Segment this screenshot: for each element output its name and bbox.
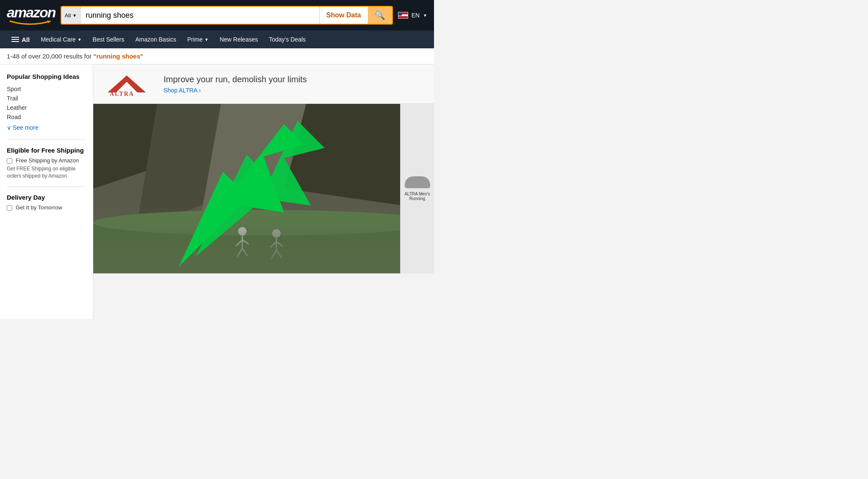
svg-line-15 <box>242 248 248 256</box>
trail-scene-svg <box>93 104 434 273</box>
shopping-idea-sport[interactable]: Sport <box>7 84 86 94</box>
sidebar-divider-2 <box>7 187 86 187</box>
svg-line-14 <box>237 248 242 257</box>
dropdown-arrow-icon: ▼ <box>72 13 77 18</box>
shoe-thumbnail <box>405 176 430 188</box>
page-header: amazon All ▼ Show Data 🔍 EN ▼ <box>0 0 434 31</box>
nav-all-label: All <box>22 36 30 43</box>
free-shipping-section: Eligible for Free Shipping Free Shipping… <box>7 147 86 180</box>
header-right: EN ▼ <box>398 12 427 19</box>
altra-logo[interactable]: ALTRA <box>103 71 150 97</box>
free-shipping-checkbox[interactable] <box>7 158 12 164</box>
altra-shop-link[interactable]: Shop ALTRA › <box>164 87 307 94</box>
svg-line-12 <box>236 240 242 246</box>
nav-best-sellers[interactable]: Best Sellers <box>88 33 129 46</box>
svg-rect-8 <box>93 223 434 273</box>
product-image-area: ALTRA Men's Running <box>93 104 434 273</box>
delivery-section: Delivery Day Get It by Tomorrow <box>7 194 86 211</box>
language-dropdown-icon[interactable]: ▼ <box>423 13 427 18</box>
amazon-smile-icon <box>7 19 53 25</box>
search-button[interactable]: 🔍 <box>368 7 392 24</box>
get-tomorrow-label[interactable]: Get It by Tomorrow <box>16 204 62 211</box>
rocky-background <box>93 104 434 273</box>
shopping-idea-road[interactable]: Road <box>7 112 86 122</box>
altra-product-name[interactable]: ALTRA Men's Running <box>404 192 431 201</box>
svg-line-13 <box>242 240 249 244</box>
altra-side-product-panel: ALTRA Men's Running <box>400 104 434 273</box>
free-shipping-title: Eligible for Free Shipping <box>7 147 86 154</box>
nav-prime[interactable]: Prime ▼ <box>183 33 213 46</box>
results-bar: 1-48 of over 20,000 results for "running… <box>0 48 434 64</box>
us-flag-icon <box>398 12 408 19</box>
svg-line-18 <box>270 242 276 248</box>
altra-logo-svg: ALTRA <box>103 71 150 97</box>
svg-line-20 <box>271 251 276 259</box>
results-query: "running shoes" <box>93 53 143 60</box>
popular-shopping-section: Popular Shopping Ideas Sport Trail Leath… <box>7 73 86 131</box>
free-shipping-label[interactable]: Free Shipping by Amazon <box>16 157 79 164</box>
svg-marker-1 <box>108 75 146 92</box>
nav-amazon-basics[interactable]: Amazon Basics <box>131 33 181 46</box>
search-category-dropdown[interactable]: All ▼ <box>61 7 81 24</box>
svg-point-9 <box>93 210 434 235</box>
delivery-title: Delivery Day <box>7 194 86 201</box>
nav-medical-care[interactable]: Medical Care ▼ <box>36 33 86 46</box>
show-data-button[interactable]: Show Data <box>319 7 368 24</box>
svg-point-10 <box>238 227 247 235</box>
delivery-checkbox-row: Get It by Tomorrow <box>7 204 86 211</box>
chevron-down-icon: ∨ <box>7 124 11 131</box>
nav-todays-deals[interactable]: Today's Deals <box>264 33 310 46</box>
nav-dropdown-icon: ▼ <box>78 37 82 42</box>
sidebar: Popular Shopping Ideas Sport Trail Leath… <box>0 64 93 319</box>
results-count-text: 1-48 of over 20,000 results for <box>7 53 93 60</box>
main-content: Popular Shopping Ideas Sport Trail Leath… <box>0 64 434 319</box>
altra-banner: ALTRA Improve your run, demolish your li… <box>93 64 434 104</box>
see-more-button[interactable]: ∨ See more <box>7 124 86 131</box>
sidebar-divider <box>7 139 86 140</box>
svg-line-21 <box>276 251 281 258</box>
free-shipping-checkbox-row: Free Shipping by Amazon <box>7 157 86 164</box>
content-area: ALTRA Improve your run, demolish your li… <box>93 64 434 319</box>
search-input[interactable] <box>81 7 319 24</box>
category-label: All <box>65 12 71 19</box>
shopping-idea-leather[interactable]: Leather <box>7 103 86 112</box>
amazon-logo[interactable]: amazon <box>7 5 56 25</box>
nav-all-button[interactable]: All <box>7 33 34 46</box>
navigation-bar: All Medical Care ▼ Best Sellers Amazon B… <box>0 31 434 48</box>
shipping-description: Get FREE Shipping on eligible orders shi… <box>7 165 86 180</box>
language-selector[interactable]: EN <box>412 12 420 19</box>
altra-tagline-area: Improve your run, demolish your limits S… <box>164 75 307 94</box>
nav-new-releases[interactable]: New Releases <box>215 33 262 46</box>
altra-tagline: Improve your run, demolish your limits <box>164 75 307 84</box>
nav-prime-dropdown-icon: ▼ <box>204 37 209 42</box>
search-icon: 🔍 <box>375 10 385 20</box>
svg-point-16 <box>272 229 281 237</box>
search-bar: All ▼ Show Data 🔍 <box>61 6 393 25</box>
popular-shopping-list: Sport Trail Leather Road <box>7 84 86 122</box>
svg-text:ALTRA: ALTRA <box>110 91 134 97</box>
svg-line-19 <box>276 242 283 246</box>
popular-shopping-title: Popular Shopping Ideas <box>7 73 86 80</box>
get-tomorrow-checkbox[interactable] <box>7 205 12 211</box>
hamburger-menu-icon <box>11 37 19 42</box>
shopping-idea-trail[interactable]: Trail <box>7 94 86 103</box>
